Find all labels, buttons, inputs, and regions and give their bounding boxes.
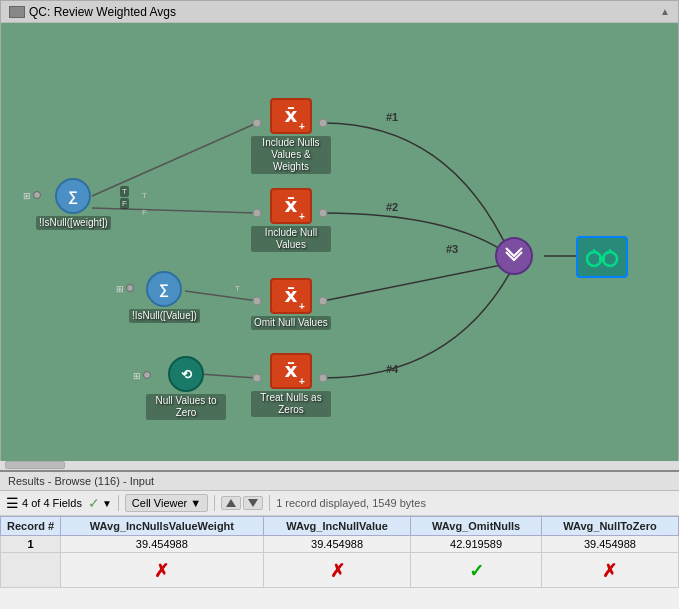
node-icon-browse <box>576 236 628 278</box>
results-toolbar: ☰ 4 of 4 Fields ✓ ▼ Cell Viewer ▼ 1 reco… <box>0 491 679 516</box>
svg-text:+: + <box>299 211 305 220</box>
results-header: Results - Browse (116) - Input <box>0 472 679 491</box>
node-isnull-value[interactable]: ∑ !IsNull([Value]) <box>129 271 200 323</box>
svg-rect-31 <box>599 257 605 261</box>
svg-text:F: F <box>142 208 147 217</box>
table-header-row: Record # WAvg_IncNullsValueWeight WAvg_I… <box>1 517 679 536</box>
svg-text:⟲: ⟲ <box>181 367 193 382</box>
node-icon-isnull-value: ∑ <box>146 271 182 307</box>
node-null-to-zero[interactable]: ⟲ Null Values to Zero <box>146 356 226 420</box>
svg-text:x̄: x̄ <box>285 359 298 381</box>
dropdown-arrow: ▼ <box>190 497 201 509</box>
sort-up-icon <box>226 499 236 507</box>
titlebar-expand-icon[interactable]: ▲ <box>660 6 670 17</box>
svg-text:T: T <box>142 191 147 200</box>
canvas-scrollbar[interactable] <box>0 460 679 470</box>
node-icon-wavg3: x̄ + <box>270 278 312 314</box>
col-wavg-inc-nulls: WAvg_IncNullsValueWeight <box>61 517 264 536</box>
node-isnull-weight[interactable]: ∑ !IsNull([weight]) T F <box>36 178 111 230</box>
cell-sym3: ✓ <box>411 553 541 588</box>
port-label-in: ⊞ <box>23 191 31 201</box>
separator1 <box>118 495 119 511</box>
col-wavg-omit: WAvg_OmitNulls <box>411 517 541 536</box>
svg-point-30 <box>603 252 617 266</box>
sort-down-icon <box>248 499 258 507</box>
node-browse[interactable] <box>576 236 628 278</box>
cross-icon-1: ✗ <box>154 561 169 581</box>
svg-line-1 <box>92 208 257 213</box>
node-label-wavg2: Include Null Values <box>251 226 331 252</box>
col-wavg-nulltozero: WAvg_NullToZero <box>541 517 678 536</box>
svg-text:T: T <box>235 284 240 293</box>
svg-line-4 <box>323 263 511 301</box>
fields-label: 4 of 4 Fields <box>22 497 82 509</box>
node-icon-union <box>495 237 533 275</box>
svg-text:x̄: x̄ <box>285 194 298 216</box>
node-wavg4[interactable]: x̄ + Treat Nulls as Zeros <box>251 353 331 417</box>
cell-val2: 39.454988 <box>263 536 411 553</box>
down-arrow-icon[interactable]: ▼ <box>102 498 112 509</box>
label-num1: #1 <box>386 111 398 123</box>
fields-list-icon: ☰ <box>6 495 19 511</box>
svg-text:+: + <box>299 121 305 130</box>
col-record: Record # <box>1 517 61 536</box>
results-panel: Results - Browse (116) - Input ☰ 4 of 4 … <box>0 470 679 609</box>
svg-line-0 <box>92 123 257 196</box>
node-wavg3[interactable]: x̄ + Omit Null Values <box>251 278 331 330</box>
table-row: 1 39.454988 39.454988 42.919589 39.45498… <box>1 536 679 553</box>
cell-val3: 42.919589 <box>411 536 541 553</box>
cell-sym4: ✗ <box>541 553 678 588</box>
port-in-null-to-zero <box>143 371 151 379</box>
node-wavg2[interactable]: x̄ + Include Null Values <box>251 188 331 252</box>
symbol-row: ✗ ✗ ✓ ✗ <box>1 553 679 588</box>
workflow-container: QC: Review Weighted Avgs ▲ <box>0 0 679 460</box>
svg-text:+: + <box>299 376 305 385</box>
port-in-isnull-value <box>126 284 134 292</box>
workflow-title: QC: Review Weighted Avgs <box>29 5 176 19</box>
label-num2: #2 <box>386 201 398 213</box>
svg-text:∑: ∑ <box>159 281 169 298</box>
svg-text:+: + <box>299 301 305 310</box>
label-num4: #4 <box>386 363 398 375</box>
cross-icon-4: ✗ <box>602 561 617 581</box>
svg-text:∑: ∑ <box>68 188 78 205</box>
check-icon-3: ✓ <box>469 561 484 581</box>
sort-down-btn[interactable] <box>243 496 263 510</box>
port-label-in2: ⊞ <box>116 284 124 294</box>
canvas-area: T F T ∑ !IsNull([weight]) T F ∑ !IsNull(… <box>1 23 678 461</box>
svg-point-29 <box>587 252 601 266</box>
node-icon-null-to-zero: ⟲ <box>168 356 204 392</box>
separator3 <box>269 495 270 511</box>
node-label-wavg4: Treat Nulls as Zeros <box>251 391 331 417</box>
cell-viewer-btn[interactable]: Cell Viewer ▼ <box>125 494 208 512</box>
record-info: 1 record displayed, 1549 bytes <box>276 497 426 509</box>
node-label-wavg3: Omit Null Values <box>251 316 331 330</box>
label-num3: #3 <box>446 243 458 255</box>
node-label-isnull-weight: !IsNull([weight]) <box>36 216 111 230</box>
col-wavg-inc-null-val: WAvg_IncNullValue <box>263 517 411 536</box>
cell-val4: 39.454988 <box>541 536 678 553</box>
check-icon: ✓ <box>88 495 100 511</box>
cell-record-num: 1 <box>1 536 61 553</box>
node-icon-wavg2: x̄ + <box>270 188 312 224</box>
titlebar: QC: Review Weighted Avgs ▲ <box>1 1 678 23</box>
results-table: Record # WAvg_IncNullsValueWeight WAvg_I… <box>0 516 679 609</box>
sort-up-btn[interactable] <box>221 496 241 510</box>
node-icon-wavg1: x̄ + <box>270 98 312 134</box>
separator2 <box>214 495 215 511</box>
node-wavg1[interactable]: x̄ + Include Nulls Values & Weights <box>251 98 331 174</box>
data-table: Record # WAvg_IncNullsValueWeight WAvg_I… <box>0 516 679 588</box>
cell-sym1: ✗ <box>61 553 264 588</box>
cell-sym2: ✗ <box>263 553 411 588</box>
cell-sym-rec <box>1 553 61 588</box>
node-label-isnull-value: !IsNull([Value]) <box>129 309 200 323</box>
node-icon-wavg4: x̄ + <box>270 353 312 389</box>
node-union[interactable] <box>495 237 533 275</box>
titlebar-collapse-btn[interactable] <box>9 6 25 18</box>
cell-val1: 39.454988 <box>61 536 264 553</box>
node-icon-isnull-weight: ∑ <box>55 178 91 214</box>
port-in-isnull-weight <box>33 191 41 199</box>
node-label-wavg1: Include Nulls Values & Weights <box>251 136 331 174</box>
cross-icon-2: ✗ <box>330 561 345 581</box>
svg-text:x̄: x̄ <box>285 104 298 126</box>
